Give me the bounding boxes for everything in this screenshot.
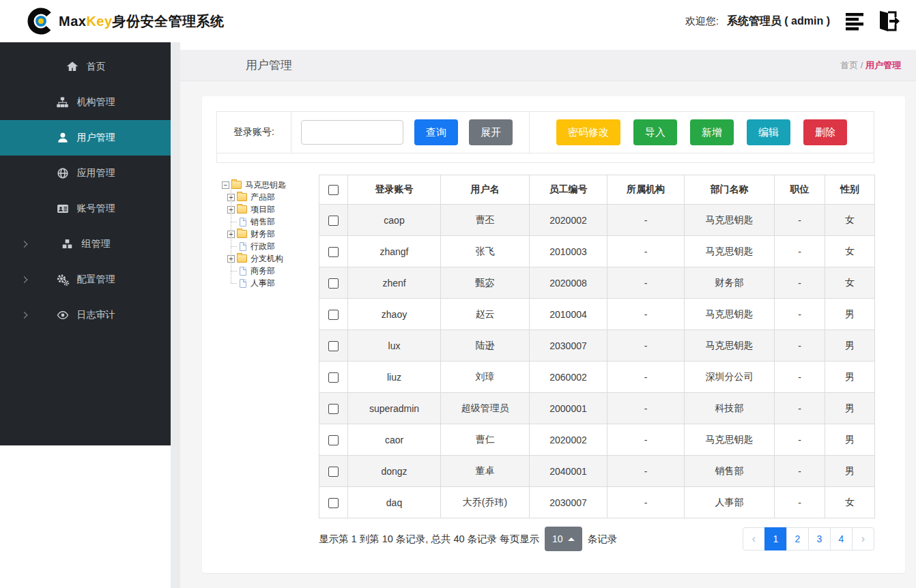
tree-node[interactable]: 行政部 bbox=[231, 240, 319, 252]
folder-icon bbox=[237, 205, 247, 214]
menu-lines-icon[interactable] bbox=[842, 8, 870, 35]
row-checkbox[interactable] bbox=[328, 247, 339, 257]
welcome-area: 欢迎您: 系统管理员 ( admin ) bbox=[685, 8, 901, 35]
row-checkbox[interactable] bbox=[328, 467, 339, 477]
page-title: 用户管理 bbox=[246, 57, 292, 73]
row-checkbox[interactable] bbox=[328, 435, 339, 445]
expand-toggle-icon[interactable]: + bbox=[227, 231, 235, 238]
eye-icon bbox=[56, 308, 70, 322]
id-card-icon bbox=[56, 202, 70, 216]
sidebar-item-org-management[interactable]: 机构管理 bbox=[0, 85, 171, 120]
content-card: 登录账号: 查询 展开 密码修改 导入 新增 编辑 删除 bbox=[202, 96, 905, 573]
sidebar-item-account-management[interactable]: 账号管理 bbox=[0, 191, 171, 226]
table-row[interactable]: zhangf张飞 2010003- 马克思钥匙- 女 bbox=[319, 236, 875, 267]
sidebar-item-app-management[interactable]: 应用管理 bbox=[0, 156, 171, 191]
sidebar-item-config-management[interactable]: 配置管理 bbox=[0, 262, 171, 297]
chevron-right-icon bbox=[21, 276, 28, 283]
breadcrumb-separator: / bbox=[861, 60, 863, 70]
sidebar-item-label: 日志审计 bbox=[77, 309, 115, 321]
chevron-right-icon bbox=[21, 312, 28, 319]
table-row[interactable]: zhenf甄宓 2020008- 财务部- 女 bbox=[319, 267, 875, 299]
summary-suffix: 条记录 bbox=[588, 533, 618, 546]
login-account-input[interactable] bbox=[301, 120, 403, 145]
page-button-3[interactable]: 3 bbox=[808, 527, 831, 550]
add-button[interactable]: 新增 bbox=[690, 119, 734, 145]
tree-node[interactable]: 商务部 bbox=[231, 265, 319, 277]
records-summary: 显示第 1 到第 10 条记录, 总共 40 条记录 每页显示 10 条记录 bbox=[319, 527, 617, 551]
sidebar-item-user-management[interactable]: 用户管理 bbox=[0, 120, 171, 156]
tree-node[interactable]: + 分支机构 bbox=[231, 252, 319, 265]
sidebar-item-label: 账号管理 bbox=[77, 203, 115, 215]
table-row[interactable]: caor曹仁 2020002- 马克思钥匙- 男 bbox=[319, 424, 875, 456]
sidebar-item-label: 用户管理 bbox=[77, 132, 115, 144]
edit-button[interactable]: 编辑 bbox=[747, 119, 790, 145]
sidebar-item-label: 组管理 bbox=[82, 238, 111, 250]
page-button-2[interactable]: 2 bbox=[786, 527, 809, 550]
gears-icon bbox=[56, 273, 70, 286]
collapse-toggle-icon[interactable]: − bbox=[222, 181, 229, 189]
next-page-button[interactable]: › bbox=[852, 527, 874, 550]
expand-button[interactable]: 展开 bbox=[469, 119, 513, 145]
welcome-label: 欢迎您: bbox=[685, 15, 719, 28]
current-user: 系统管理员 ( admin ) bbox=[727, 14, 830, 29]
column-header: 登录账号 bbox=[348, 175, 441, 205]
tree-node[interactable]: + 项目部 bbox=[231, 203, 319, 216]
prev-page-button[interactable]: ‹ bbox=[743, 527, 765, 550]
folder-icon bbox=[237, 230, 247, 238]
tree-node[interactable]: + 产品部 bbox=[231, 191, 319, 203]
query-button[interactable]: 查询 bbox=[414, 119, 458, 145]
app-title: MaxKey身份安全管理系统 bbox=[59, 12, 225, 31]
tree-node[interactable]: + 财务部 bbox=[231, 228, 319, 240]
table-footer: 显示第 1 到第 10 条记录, 总共 40 条记录 每页显示 10 条记录 ‹ bbox=[319, 527, 874, 551]
tree-node[interactable]: 人事部 bbox=[231, 277, 319, 289]
row-checkbox[interactable] bbox=[328, 372, 339, 383]
page-button-1[interactable]: 1 bbox=[764, 527, 787, 550]
sidebar-item-label: 首页 bbox=[87, 61, 106, 73]
table-row[interactable]: zhaoy赵云 2010004- 马克思钥匙- 男 bbox=[319, 299, 875, 330]
breadcrumb-home-link[interactable]: 首页 bbox=[840, 60, 858, 70]
breadcrumb-current: 用户管理 bbox=[865, 60, 901, 70]
page-button-4[interactable]: 4 bbox=[830, 527, 853, 550]
select-all-checkbox[interactable] bbox=[328, 185, 339, 195]
page-header-bar: 用户管理 首页 / 用户管理 bbox=[180, 50, 916, 81]
column-header: 部门名称 bbox=[685, 175, 775, 205]
page-size-select[interactable]: 10 bbox=[545, 527, 582, 551]
globe-icon bbox=[56, 166, 70, 180]
tree-node[interactable]: 销售部 bbox=[231, 216, 319, 228]
tree-root-node[interactable]: − 马克思钥匙 bbox=[222, 179, 319, 191]
column-header: 员工编号 bbox=[530, 175, 607, 205]
delete-button[interactable]: 删除 bbox=[803, 119, 847, 145]
users-table: 登录账号 用户名 员工编号 所属机构 部门名称 职位 性别 bbox=[319, 175, 875, 518]
expand-toggle-icon[interactable]: + bbox=[227, 206, 235, 214]
table-row[interactable]: lux陆逊 2030007- 马克思钥匙- 男 bbox=[319, 330, 875, 362]
table-row[interactable]: daq大乔(乔玮) 2030007- 人事部- 女 bbox=[319, 487, 875, 518]
table-row[interactable]: liuz刘璋 2060002- 深圳分公司- 男 bbox=[319, 362, 875, 393]
action-buttons: 密码修改 导入 新增 编辑 删除 bbox=[530, 112, 874, 153]
row-checkbox[interactable] bbox=[328, 404, 339, 414]
row-checkbox[interactable] bbox=[328, 278, 339, 289]
row-checkbox[interactable] bbox=[328, 216, 339, 226]
sidebar-item-log-audit[interactable]: 日志审计 bbox=[0, 297, 171, 333]
table-header-row: 登录账号 用户名 员工编号 所属机构 部门名称 职位 性别 bbox=[319, 175, 875, 205]
expand-toggle-icon[interactable]: + bbox=[227, 255, 235, 263]
document-icon bbox=[240, 267, 246, 276]
folder-icon bbox=[237, 254, 247, 263]
open-folder-icon bbox=[231, 181, 242, 189]
maxkey-admin-app: MaxKey身份安全管理系统 欢迎您: 系统管理员 ( admin ) bbox=[0, 0, 916, 588]
table-row[interactable]: caop曹丕 2020002- 马克思钥匙- 女 bbox=[319, 205, 875, 236]
row-checkbox[interactable] bbox=[328, 498, 339, 508]
cubes-icon bbox=[61, 237, 74, 251]
top-header: MaxKey身份安全管理系统 欢迎您: 系统管理员 ( admin ) bbox=[0, 0, 916, 42]
logout-icon[interactable] bbox=[874, 8, 901, 35]
document-icon bbox=[240, 279, 246, 288]
table-row[interactable]: dongz董卓 2040001- 销售部- 男 bbox=[319, 456, 875, 487]
change-password-button[interactable]: 密码修改 bbox=[556, 119, 620, 145]
row-checkbox[interactable] bbox=[328, 341, 339, 351]
main-area: 登录账号: 查询 展开 密码修改 导入 新增 编辑 删除 bbox=[180, 81, 916, 588]
expand-toggle-icon[interactable]: + bbox=[227, 194, 235, 201]
sidebar-item-group-management[interactable]: 组管理 bbox=[0, 226, 171, 262]
row-checkbox[interactable] bbox=[328, 310, 339, 320]
import-button[interactable]: 导入 bbox=[633, 119, 677, 145]
sidebar-item-home[interactable]: 首页 bbox=[0, 49, 171, 85]
table-row[interactable]: superadmin超级管理员 2000001- 科技部- 男 bbox=[319, 393, 875, 424]
